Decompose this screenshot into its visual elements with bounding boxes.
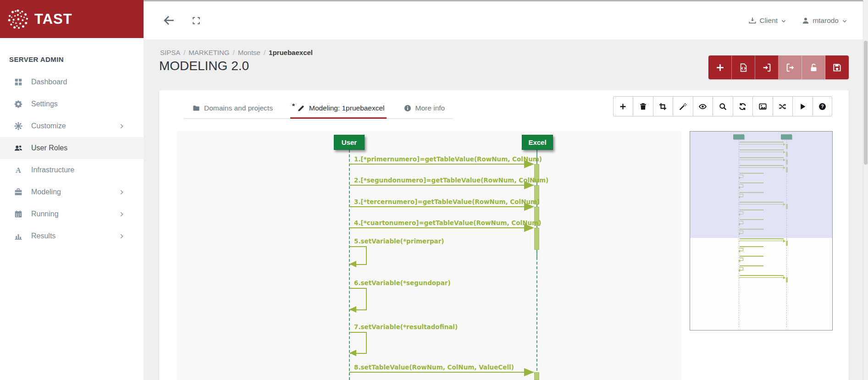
minimap-message-text <box>740 265 763 266</box>
tab-label: More info <box>415 104 445 112</box>
cog-icon <box>14 122 22 130</box>
chevron-right-icon <box>119 233 125 239</box>
minimap-arrowhead <box>783 240 785 242</box>
toolbar-add-button[interactable] <box>613 96 633 116</box>
toolbar-rearrange-button[interactable] <box>773 96 793 116</box>
breadcrumb-link-sipsa[interactable]: SIPSA <box>160 49 180 56</box>
sidebar-item-label: Settings <box>31 100 58 108</box>
minimap-arrowhead <box>738 259 740 262</box>
question-icon: ? <box>818 103 826 110</box>
back-icon[interactable] <box>163 15 175 26</box>
sidebar-item-results[interactable]: Results <box>0 225 144 247</box>
user-dropdown[interactable]: mtarodo <box>802 17 847 25</box>
message-2-label[interactable]: 2.[*segundonumero]=getTableValue(RowNum,… <box>354 176 548 184</box>
minimap-message-text <box>740 246 763 247</box>
chevron-right-icon <box>119 189 125 195</box>
brand-logo[interactable]: TAST <box>0 0 144 38</box>
action-export-code-button[interactable] <box>732 55 755 79</box>
message-7-label[interactable]: 7.setVariable(*resultadofinal) <box>354 323 458 330</box>
sidebar-item-dashboard[interactable]: Dashboard <box>0 71 144 93</box>
sidebar-item-label: Customize <box>31 122 66 130</box>
brand-sphere-icon <box>7 9 28 30</box>
message-1-label[interactable]: 1.[*primernumero]=getTableValue(RowNum, … <box>354 155 542 163</box>
breadcrumb-link-marketing[interactable]: MARKETING <box>188 49 229 56</box>
sidebar-item-modeling[interactable]: Modeling <box>0 181 144 203</box>
sidebar-item-label: Modeling <box>31 188 61 196</box>
users-icon <box>14 144 22 152</box>
message-2-arrowhead <box>524 181 534 189</box>
svg-text:?: ? <box>821 104 824 109</box>
toolbar-wand-button[interactable] <box>673 96 693 116</box>
page-title: MODELING 2.0 <box>159 59 249 73</box>
fullscreen-icon[interactable] <box>192 17 200 25</box>
briefcase-icon <box>14 188 22 196</box>
sidebar-item-label: Running <box>31 210 59 218</box>
toolbar-zoom-button[interactable] <box>713 96 733 116</box>
activation-bar <box>534 228 539 250</box>
sidebar-item-user-roles[interactable]: User Roles <box>0 137 144 159</box>
main-content: SIPSA/MARKETING/Montse/1pruebaexcel MODE… <box>144 39 868 380</box>
sidebar-item-running[interactable]: Running <box>0 203 144 225</box>
action-export-button[interactable] <box>779 55 802 79</box>
user-icon <box>802 17 809 24</box>
th-large-icon <box>14 78 22 86</box>
actor-excel[interactable]: Excel <box>522 135 553 150</box>
sidebar-item-label: User Roles <box>31 144 67 152</box>
sidebar-item-infrastructure[interactable]: AInfrastructure <box>0 159 144 181</box>
lifeline-excel <box>536 257 537 380</box>
action-save-button[interactable] <box>825 55 849 79</box>
chevron-right-icon <box>119 123 125 129</box>
action-add-button[interactable] <box>708 55 732 79</box>
message-4-label[interactable]: 4.[*cuartonumero]=getTableValue(RowNum, … <box>354 219 541 226</box>
toolbar-export-image-button[interactable] <box>752 96 773 116</box>
action-unlock-button[interactable] <box>802 55 825 79</box>
tab-modeling[interactable]: *Modeling: 1pruebaexcel <box>290 99 387 118</box>
breadcrumb-link-montse[interactable]: Montse <box>238 49 260 56</box>
sidebar-item-label: Dashboard <box>31 78 67 86</box>
sequence-diagram-canvas[interactable]: UserExcel1.[*primernumero]=getTableValue… <box>177 131 681 380</box>
scrollbar-thumb[interactable] <box>864 41 868 165</box>
toolbar-crop-button[interactable] <box>653 96 673 116</box>
client-dropdown-label: Client <box>759 17 778 25</box>
minimap-message-text <box>740 238 784 239</box>
file-code-icon <box>739 63 748 72</box>
pencil-icon <box>298 105 305 112</box>
sidebar-item-customize[interactable]: Customize <box>0 115 144 137</box>
diagram-minimap[interactable] <box>690 131 833 330</box>
toolbar-preview-button[interactable] <box>693 96 713 116</box>
client-dropdown[interactable]: Client <box>749 17 786 25</box>
message-8-label[interactable]: 8.setTableValue(RowNum, ColNum, ValueCel… <box>354 363 514 371</box>
message-4-arrowhead <box>524 224 534 232</box>
sidebar-item-label: Results <box>31 232 55 240</box>
message-6-label[interactable]: 6.setVariable(*segundopar) <box>354 279 451 286</box>
minimap-activation <box>786 277 788 282</box>
tab-more-info[interactable]: More info <box>402 99 447 118</box>
action-import-button[interactable] <box>755 55 779 79</box>
content-card: Domains and projects*Modeling: 1pruebaex… <box>159 90 849 380</box>
app-root: TAST SERVER ADMIN DashboardSettingsCusto… <box>0 0 868 380</box>
download-icon <box>749 17 756 24</box>
chevron-down-icon <box>842 18 847 24</box>
actor-user[interactable]: User <box>334 135 365 150</box>
font-a-icon: A <box>14 166 22 174</box>
minimap-viewport-overlay[interactable] <box>690 132 832 238</box>
message-5-label[interactable]: 5.setVariable(*primerpar) <box>354 237 444 245</box>
toolbar-delete-button[interactable] <box>633 96 653 116</box>
message-3-label[interactable]: 3.[*tercernumero]=getTableValue(RowNum, … <box>354 198 540 205</box>
sync-icon <box>739 103 746 110</box>
sidebar-item-settings[interactable]: Settings <box>0 93 144 115</box>
diagram-toolbar: ? <box>613 96 833 116</box>
breadcrumb-separator: / <box>264 49 265 56</box>
trash-icon <box>639 103 647 110</box>
toolbar-run-button[interactable] <box>792 96 813 116</box>
wand-icon <box>679 103 687 110</box>
tab-domains[interactable]: Domains and projects <box>191 99 275 118</box>
toolbar-help-button[interactable]: ? <box>813 96 833 116</box>
sign-in-icon <box>763 63 771 72</box>
toolbar-refresh-button[interactable] <box>733 96 753 116</box>
calendar-icon <box>14 210 22 218</box>
activation-bar <box>534 372 539 380</box>
minimap-message-line <box>739 241 784 241</box>
tab-label: Modeling: 1pruebaexcel <box>309 104 385 112</box>
minimap-arrowhead <box>738 269 740 272</box>
